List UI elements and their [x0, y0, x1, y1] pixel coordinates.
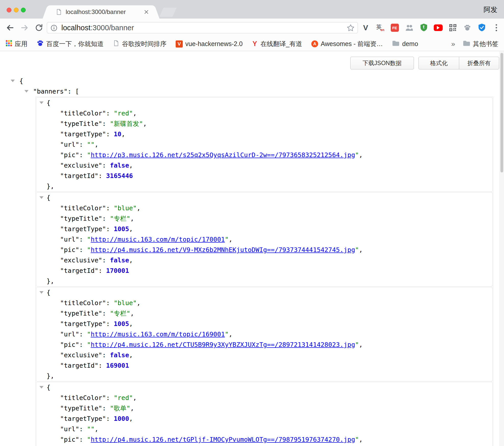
close-window-button[interactable]	[7, 8, 11, 12]
json-line: {	[36, 192, 492, 203]
json-property-line: pichttp://p3.music.126.net/s25q2x5QyqsAz…	[36, 150, 492, 160]
json-property-line: exclusivefalse	[36, 255, 492, 265]
apps-grid-icon	[6, 40, 12, 48]
forward-button-icon[interactable]	[20, 23, 30, 34]
address-bar[interactable]: localhost:3000/banner	[47, 22, 358, 33]
fe-extension-icon[interactable]: FE	[390, 23, 399, 33]
bookmark-google-sort[interactable]: 谷歌按时间排序	[113, 40, 166, 48]
url-path: :3000/banner	[90, 24, 134, 32]
green-shield-extension-icon[interactable]: t	[419, 23, 428, 33]
qr-code-extension-icon[interactable]	[448, 23, 457, 33]
collapse-triangle-icon[interactable]	[39, 196, 44, 199]
collapse-triangle-icon[interactable]	[24, 90, 29, 93]
json-property-line: targetType1005	[36, 319, 492, 329]
download-json-button[interactable]: 下载JSON数据	[350, 57, 414, 69]
folder-icon	[463, 40, 470, 48]
json-property-line: titleColorred	[36, 108, 492, 118]
json-url-link[interactable]: http://p4.music.126.net/tGPljf-IMOCyPvum…	[91, 436, 355, 443]
json-property-line: targetType1000	[36, 413, 492, 424]
json-url-link[interactable]: http://p3.music.126.net/s25q2x5QyqsAzilC…	[91, 151, 355, 159]
bookmark-youdao[interactable]: Y 在线翻译_有道	[252, 40, 302, 48]
json-object: { titleColorred typeTitle歌单 targetType10…	[36, 382, 493, 446]
bookmarks-overflow-chevron[interactable]: »	[451, 40, 455, 48]
bookmark-label: Awesomes - 前端资…	[321, 40, 383, 48]
json-property-line: url	[36, 139, 492, 150]
json-property-line: typeTitle专栏	[36, 213, 492, 224]
people-extension-icon[interactable]	[404, 23, 414, 33]
paw-extension-icon[interactable]	[463, 23, 472, 33]
format-collapse-button-group: 格式化 折叠所有	[418, 57, 499, 69]
page-info-icon[interactable]	[50, 24, 58, 33]
bookmark-label: 百度一下，你就知道	[46, 40, 104, 48]
bookmark-vue-hackernews[interactable]: V vue-hackernews-2.0	[176, 40, 243, 48]
tab-close-icon[interactable]	[144, 9, 149, 16]
json-property-line: targetType10	[36, 129, 492, 139]
format-button[interactable]: 格式化	[418, 57, 459, 69]
json-url-link[interactable]: http://music.163.com/m/topic/170001	[91, 236, 225, 243]
json-line: },	[36, 371, 492, 381]
json-url-link[interactable]: http://p4.music.126.net/V9-MXz6b2MNhEKju…	[91, 246, 355, 254]
minimize-window-button[interactable]	[14, 8, 19, 12]
json-viewer: { banners[ { titleColorred typeTitle新碟首发…	[0, 76, 499, 446]
window-titlebar: localhost:3000/banner 阿发	[0, 0, 504, 19]
json-property-line: targetType1005	[36, 224, 492, 234]
url-text: localhost:3000/banner	[61, 24, 134, 32]
awesomes-a-icon: A	[311, 40, 318, 47]
youdao-y-icon: Y	[252, 40, 258, 48]
translate-extension-icon[interactable]: 英 en	[375, 23, 385, 33]
bookmark-star-icon[interactable]	[347, 24, 355, 33]
new-tab-button[interactable]	[159, 8, 177, 17]
bookmark-awesomes[interactable]: A Awesomes - 前端资…	[311, 40, 383, 48]
json-property-line: urlhttp://music.163.com/m/topic/170001	[36, 234, 492, 245]
youtube-extension-icon[interactable]	[433, 23, 443, 33]
json-property-line: urlhttp://music.163.com/m/topic/169001	[36, 329, 492, 339]
baidu-paw-icon	[37, 40, 44, 48]
blue-shield-extension-icon[interactable]	[477, 23, 486, 33]
other-bookmarks-folder[interactable]: 其他书签	[463, 40, 498, 48]
window-controls	[7, 8, 26, 12]
json-property-line: url	[36, 424, 492, 434]
json-property-line: targetId169001	[36, 360, 492, 371]
bookmark-apps[interactable]: 应用	[6, 40, 27, 48]
bookmark-demo-folder[interactable]: demo	[392, 40, 418, 48]
collapse-triangle-icon[interactable]	[39, 291, 44, 294]
url-host: localhost	[61, 24, 90, 32]
json-object: { titleColorred typeTitle新碟首发 targetType…	[36, 97, 493, 192]
json-property-line: typeTitle新碟首发	[36, 118, 492, 129]
json-property-line: pichttp://p4.music.126.net/tGPljf-IMOCyP…	[36, 434, 492, 445]
page-content: 下载JSON数据 格式化 折叠所有 { banners[ { titleColo…	[0, 51, 504, 446]
browser-profile-name: 阿发	[484, 5, 497, 14]
fullscreen-window-button[interactable]	[21, 8, 26, 12]
bookmark-label: vue-hackernews-2.0	[185, 40, 243, 48]
bookmark-label: 谷歌按时间排序	[122, 40, 166, 48]
json-line: },	[36, 276, 492, 286]
json-array-box: { titleColorred typeTitle新碟首发 targetType…	[35, 97, 493, 446]
browser-menu-icon[interactable]	[492, 23, 501, 33]
json-url-link[interactable]: http://p4.music.126.net/CTU5B9R9y3XyYBZX…	[91, 341, 355, 348]
json-line: {	[36, 98, 492, 108]
collapse-triangle-icon[interactable]	[11, 80, 15, 82]
json-url-link[interactable]: http://music.163.com/m/topic/169001	[91, 331, 225, 338]
scrollbar-thumb[interactable]	[500, 53, 503, 172]
browser-toolbar: localhost:3000/banner V 英 en FE t	[0, 19, 504, 37]
bookmark-label: 应用	[15, 40, 27, 48]
vue-v-icon: V	[176, 40, 183, 48]
reload-button-icon[interactable]	[35, 23, 43, 33]
json-banners-line: banners[	[0, 86, 499, 97]
bookmark-label: 其他书签	[473, 40, 498, 48]
collapse-triangle-icon[interactable]	[39, 101, 44, 104]
vimium-extension-icon[interactable]: V	[361, 23, 370, 33]
bookmark-baidu[interactable]: 百度一下，你就知道	[37, 40, 104, 48]
json-property-line: targetId170001	[36, 265, 492, 276]
collapse-triangle-icon[interactable]	[39, 386, 44, 389]
browser-tab[interactable]: localhost:3000/banner	[49, 5, 153, 19]
json-line: },	[36, 181, 492, 191]
json-property-line: typeTitle歌单	[36, 403, 492, 413]
json-line: {	[36, 382, 492, 393]
bookmarks-bar: 应用 百度一下，你就知道 谷歌按时间排序 V vue-hackernews-2.…	[0, 37, 504, 51]
tab-title: localhost:3000/banner	[66, 8, 126, 16]
json-property-line: targetId3165446	[36, 171, 492, 181]
json-property-line: titleColorred	[36, 393, 492, 403]
back-button-icon[interactable]	[5, 23, 15, 34]
collapse-all-button[interactable]: 折叠所有	[459, 57, 499, 69]
